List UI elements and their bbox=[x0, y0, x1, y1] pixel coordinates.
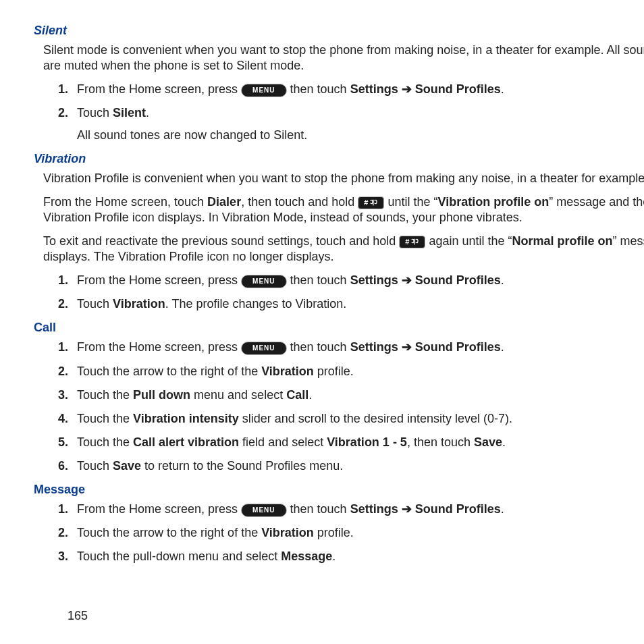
bold: Vibration bbox=[261, 365, 314, 378]
text: , then touch bbox=[407, 435, 474, 449]
bold: Settings bbox=[350, 82, 398, 96]
text: . bbox=[501, 273, 504, 287]
arrow-icon: ➔ bbox=[398, 273, 415, 287]
bold: Settings bbox=[350, 340, 398, 354]
text: From the Home screen, press bbox=[77, 340, 241, 354]
bold: Dialer bbox=[207, 195, 241, 209]
text: . bbox=[502, 435, 506, 449]
bold: Save bbox=[474, 435, 502, 449]
bold: Vibration profile on bbox=[437, 195, 549, 209]
para-vibration-2: From the Home screen, touch Dialer, then… bbox=[34, 194, 644, 225]
text: to return to the Sound Profiles menu. bbox=[141, 459, 343, 473]
heading-vibration: Vibration bbox=[34, 151, 644, 167]
steps-message: From the Home screen, press MENU then to… bbox=[34, 502, 644, 564]
bold: Settings bbox=[350, 273, 398, 287]
text: profile. bbox=[314, 365, 354, 378]
step-call-3: Touch the Pull down menu and select Call… bbox=[77, 387, 644, 403]
arrow-icon: ➔ bbox=[398, 502, 415, 516]
bold: Vibration intensity bbox=[133, 412, 239, 425]
text: From the Home screen, press bbox=[77, 502, 241, 516]
bold: Message bbox=[281, 549, 332, 563]
step-call-2: Touch the arrow to the right of the Vibr… bbox=[77, 364, 644, 379]
bold: Settings bbox=[350, 502, 398, 516]
bold: Vibration 1 - 5 bbox=[327, 435, 407, 449]
step-message-1: From the Home screen, press MENU then to… bbox=[77, 502, 644, 517]
step-call-5: Touch the Call alert vibration field and… bbox=[77, 435, 644, 450]
step-vibration-1: From the Home screen, press MENU then to… bbox=[77, 273, 644, 288]
text: , then touch and hold bbox=[241, 195, 358, 209]
text: then touch bbox=[290, 340, 350, 354]
page: Silent Silent mode is convenient when yo… bbox=[34, 23, 644, 644]
menu-button-icon: MENU bbox=[241, 84, 286, 97]
heading-silent: Silent bbox=[34, 23, 644, 38]
text: From the Home screen, touch bbox=[43, 195, 207, 209]
bold: Call bbox=[286, 388, 308, 402]
text: From the Home screen, press bbox=[77, 82, 241, 96]
text: then touch bbox=[290, 502, 350, 516]
text: Touch the arrow to the right of the bbox=[77, 365, 261, 378]
text: . bbox=[146, 106, 149, 119]
text: Touch the bbox=[77, 412, 133, 425]
step-silent-1: From the Home screen, press MENU then to… bbox=[77, 82, 644, 97]
text: Touch the bbox=[77, 388, 133, 402]
text: . bbox=[501, 82, 504, 96]
text: Touch bbox=[77, 297, 113, 311]
pound-key-icon: # bbox=[399, 236, 425, 248]
text: then touch bbox=[290, 82, 350, 96]
bold: Silent bbox=[113, 106, 146, 119]
steps-vibration: From the Home screen, press MENU then to… bbox=[34, 273, 644, 312]
step-call-1: From the Home screen, press MENU then to… bbox=[77, 340, 644, 355]
text: menu and select bbox=[190, 388, 286, 402]
step-vibration-2: Touch Vibration. The profile changes to … bbox=[77, 296, 644, 312]
bold: Sound Profiles bbox=[415, 502, 501, 516]
bold: Normal profile on bbox=[512, 234, 613, 248]
para-vibration-1: Vibration Profile is convenient when you… bbox=[34, 171, 644, 186]
text: Touch the pull-down menu and select bbox=[77, 549, 281, 563]
bold: Sound Profiles bbox=[415, 273, 501, 287]
menu-button-icon: MENU bbox=[241, 504, 286, 517]
text: From the Home screen, press bbox=[77, 273, 241, 287]
text: field and select bbox=[239, 435, 327, 449]
text: . The profile changes to Vibration. bbox=[165, 297, 347, 311]
step-call-4: Touch the Vibration intensity slider and… bbox=[77, 411, 644, 427]
steps-silent: From the Home screen, press MENU then to… bbox=[34, 82, 644, 143]
step-call-6: Touch Save to return to the Sound Profil… bbox=[77, 458, 644, 474]
text: . bbox=[501, 502, 504, 516]
heading-call: Call bbox=[34, 320, 644, 336]
text: until the “ bbox=[387, 195, 437, 209]
para-vibration-3: To exit and reactivate the previous soun… bbox=[34, 234, 644, 265]
text: . bbox=[308, 388, 312, 402]
text: slider and scroll to the desired intensi… bbox=[239, 412, 512, 425]
arrow-icon: ➔ bbox=[398, 82, 415, 96]
menu-button-icon: MENU bbox=[241, 275, 286, 288]
bold: Sound Profiles bbox=[415, 340, 501, 354]
page-number: 165 bbox=[68, 608, 88, 624]
text: Touch bbox=[77, 459, 113, 473]
bold: Vibration bbox=[113, 297, 165, 311]
step-silent-2: Touch Silent. All sound tones are now ch… bbox=[77, 105, 644, 143]
text: Touch the arrow to the right of the bbox=[77, 526, 261, 539]
text: profile. bbox=[314, 526, 354, 539]
text: then touch bbox=[290, 273, 350, 287]
bold: Call alert vibration bbox=[133, 435, 239, 449]
text: again until the “ bbox=[429, 234, 512, 248]
heading-message: Message bbox=[34, 482, 644, 498]
pound-key-icon: # bbox=[358, 196, 384, 209]
arrow-icon: ➔ bbox=[398, 340, 415, 354]
menu-button-icon: MENU bbox=[241, 342, 286, 355]
step-message-3: Touch the pull-down menu and select Mess… bbox=[77, 549, 644, 564]
text: . bbox=[501, 340, 504, 354]
bold: Pull down bbox=[133, 388, 190, 402]
text: To exit and reactivate the previous soun… bbox=[43, 234, 399, 248]
text: Touch the bbox=[77, 435, 133, 449]
bold: Vibration bbox=[261, 526, 314, 539]
text: Touch bbox=[77, 106, 113, 119]
bold: Sound Profiles bbox=[415, 82, 501, 96]
text: All sound tones are now changed to Silen… bbox=[77, 128, 644, 143]
text: . bbox=[332, 549, 336, 563]
step-message-2: Touch the arrow to the right of the Vibr… bbox=[77, 525, 644, 541]
steps-call: From the Home screen, press MENU then to… bbox=[34, 340, 644, 473]
para-silent-intro: Silent mode is convenient when you want … bbox=[34, 43, 644, 74]
bold: Save bbox=[113, 459, 141, 473]
